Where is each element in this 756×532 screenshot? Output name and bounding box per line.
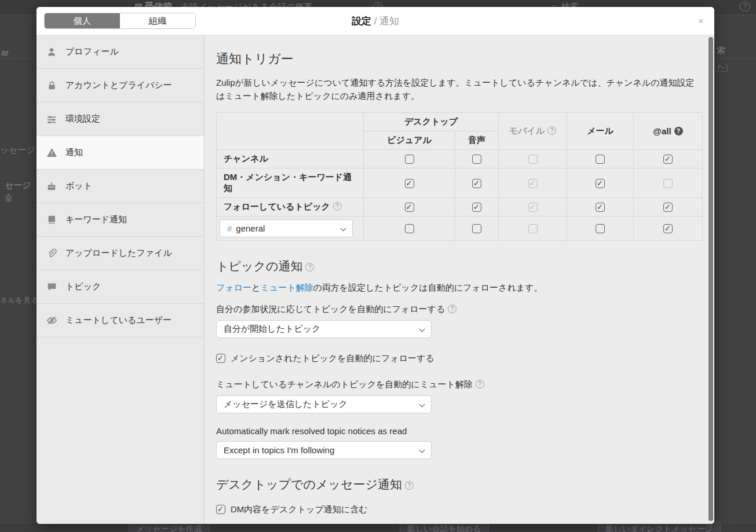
checkbox-followed-all[interactable] bbox=[663, 203, 673, 212]
robot-icon: 🤖︎ bbox=[5, 193, 13, 203]
column-header-mobile: モバイル? bbox=[499, 112, 567, 149]
row-label-followed-topics: フォローしているトピック? bbox=[217, 197, 364, 216]
comment-icon bbox=[46, 281, 57, 293]
chevron-down-icon bbox=[419, 401, 425, 407]
sidebar-item-bots[interactable]: ボット bbox=[36, 170, 204, 203]
sidebar-item-muted-users[interactable]: ミュートしているユーザー bbox=[36, 304, 204, 337]
sidebar-item-account-privacy[interactable]: アカウントとプライバシー bbox=[36, 69, 204, 102]
sidebar-item-alert-words[interactable]: キーワード通知 bbox=[36, 203, 204, 237]
follow-link[interactable]: フォロー bbox=[216, 282, 251, 292]
close-icon[interactable]: × bbox=[698, 16, 704, 26]
book-icon bbox=[46, 214, 57, 226]
sliders-icon bbox=[46, 113, 57, 125]
paperclip-icon bbox=[46, 248, 57, 259]
chevron-down-icon bbox=[419, 447, 425, 453]
checkbox-channels-mobile bbox=[528, 155, 538, 164]
unmute-link[interactable]: ミュート解除 bbox=[260, 282, 313, 292]
table-corner-cell bbox=[217, 112, 364, 149]
checkbox-channels-visual[interactable] bbox=[405, 155, 414, 164]
checkbox-dm-all bbox=[663, 179, 673, 188]
settings-content: 通知トリガー Zulipが新しいメッセージについて通知する方法を設定します。ミュ… bbox=[204, 35, 714, 524]
help-icon[interactable]: ? bbox=[333, 202, 342, 211]
modal-header: 個人 組織 設定 / 通知 × bbox=[36, 7, 714, 35]
checkbox-channels-audio[interactable] bbox=[472, 155, 481, 164]
checkbox-override-audio[interactable] bbox=[472, 224, 481, 233]
sidebar-item-profile[interactable]: プロフィール bbox=[36, 35, 204, 69]
checkbox-dm-audio[interactable] bbox=[472, 179, 481, 188]
help-icon[interactable]: ? bbox=[448, 304, 456, 313]
person-icon bbox=[46, 46, 57, 58]
checkbox-override-email[interactable] bbox=[596, 224, 605, 233]
checkbox-override-all[interactable] bbox=[663, 224, 673, 233]
checkbox-include-dm-content[interactable] bbox=[216, 505, 225, 514]
table-row-channel-override: # general bbox=[217, 216, 703, 240]
help-icon[interactable]: ? bbox=[405, 481, 414, 490]
robot-icon bbox=[46, 181, 57, 192]
notification-triggers-description: Zulipが新しいメッセージについて通知する方法を設定します。ミュートしているチ… bbox=[216, 76, 697, 103]
backdrop-fragment: た) bbox=[717, 63, 728, 74]
sidebar-item-preferences[interactable]: 環境設定 bbox=[36, 102, 204, 136]
row-label-channels: チャンネル bbox=[217, 149, 364, 168]
notification-triggers-table: デスクトップ モバイル? メール @all? ビジュアル 音声 チャンネル bbox=[216, 112, 703, 241]
chevron-down-icon bbox=[419, 326, 425, 332]
help-icon[interactable]: ? bbox=[476, 380, 484, 388]
scrollbar[interactable] bbox=[708, 37, 713, 521]
alert-triangle-icon bbox=[46, 147, 57, 159]
lock-icon bbox=[46, 80, 57, 91]
checkbox-dm-visual[interactable] bbox=[405, 179, 414, 188]
sidebar-item-uploaded-files[interactable]: アップロードしたファイル bbox=[36, 237, 204, 270]
sidebar-item-notifications[interactable]: 通知 bbox=[36, 136, 204, 170]
tab-organization[interactable]: 組織 bbox=[120, 13, 195, 28]
checkbox-followed-email[interactable] bbox=[596, 203, 605, 212]
checkbox-dm-email[interactable] bbox=[596, 179, 605, 188]
mark-read-label: Automatically mark resolved topic notice… bbox=[216, 426, 697, 436]
auto-unmute-label: ミュートしているチャンネルのトピックを自動的にミュート解除? bbox=[216, 379, 697, 390]
auto-unmute-dropdown[interactable]: メッセージを送信したトピック bbox=[216, 395, 432, 413]
checkbox-followed-visual[interactable] bbox=[405, 203, 414, 212]
backdrop-help-icon[interactable]: ? bbox=[740, 1, 750, 12]
channel-selector-dropdown[interactable]: # general bbox=[220, 219, 353, 237]
help-icon[interactable]: ? bbox=[674, 127, 683, 135]
backdrop-fragment: セージ bbox=[5, 180, 31, 191]
row-label-dm-mentions: DM・メンション・キーワード通知 bbox=[217, 168, 364, 197]
checkbox-dm-mobile bbox=[528, 179, 538, 188]
checkbox-channels-all[interactable] bbox=[663, 155, 673, 164]
column-header-email: メール bbox=[567, 112, 634, 149]
mark-read-field: Automatically mark resolved topic notice… bbox=[216, 426, 697, 459]
column-header-visual: ビジュアル bbox=[364, 131, 455, 149]
table-row-dm-mentions: DM・メンション・キーワード通知 bbox=[217, 168, 703, 197]
modal-body: プロフィール アカウントとプライバシー 環境設定 通知 ボット キーワード通知 bbox=[36, 35, 714, 524]
column-header-all: @all? bbox=[634, 112, 703, 149]
backdrop-fragment: ッセージ bbox=[0, 145, 35, 156]
auto-follow-mentioned-label: メンションされたトピックを自動的にフォローする bbox=[231, 353, 434, 364]
table-row-followed-topics: フォローしているトピック? bbox=[217, 197, 703, 216]
eye-slash-icon bbox=[46, 315, 57, 326]
checkbox-channels-email[interactable] bbox=[596, 155, 605, 164]
auto-follow-dropdown[interactable]: 自分が開始したトピック bbox=[216, 320, 432, 338]
tab-personal[interactable]: 個人 bbox=[45, 13, 120, 28]
mark-read-dropdown[interactable]: Except in topics I'm following bbox=[216, 441, 432, 459]
auto-follow-field: 自分の参加状況に応じてトピックを自動的にフォローする? 自分が開始したトピック bbox=[216, 304, 697, 338]
checkbox-auto-follow-mentioned[interactable] bbox=[216, 354, 225, 363]
auto-unmute-field: ミュートしているチャンネルのトピックを自動的にミュート解除? メッセージを送信し… bbox=[216, 379, 697, 413]
include-dm-label: DM内容をデスクトップ通知に含む bbox=[231, 504, 368, 515]
backdrop-fragment: ネルを見る bbox=[0, 295, 38, 306]
backdrop-fragment: ar bbox=[1, 47, 9, 57]
checkbox-followed-mobile bbox=[528, 203, 538, 212]
settings-tab-toggle: 個人 組織 bbox=[44, 13, 196, 29]
checkbox-override-mobile bbox=[528, 224, 538, 233]
checkbox-override-visual[interactable] bbox=[405, 224, 414, 233]
settings-modal: 個人 組織 設定 / 通知 × プロフィール アカウントとプライバシー 環境設定 bbox=[36, 7, 714, 524]
section-heading-topic-notifications: トピックの通知? bbox=[216, 258, 697, 274]
help-icon[interactable]: ? bbox=[305, 263, 314, 271]
column-header-audio: 音声 bbox=[455, 131, 499, 149]
sidebar-item-topics[interactable]: トピック bbox=[36, 270, 204, 304]
section-heading-notification-triggers: 通知トリガー bbox=[216, 50, 697, 68]
section-heading-desktop-notifications: デスクトップでのメッセージ通知? bbox=[216, 476, 697, 493]
help-icon[interactable]: ? bbox=[547, 126, 556, 135]
hash-icon: # bbox=[227, 223, 232, 233]
auto-follow-label: 自分の参加状況に応じてトピックを自動的にフォローする? bbox=[216, 304, 697, 315]
topic-notifications-intro: フォローとミュート解除の両方を設定したトピックは自動的にフォローされます。 bbox=[216, 282, 697, 293]
checkbox-followed-audio[interactable] bbox=[472, 203, 481, 212]
backdrop-fragment: 索 bbox=[717, 45, 725, 56]
